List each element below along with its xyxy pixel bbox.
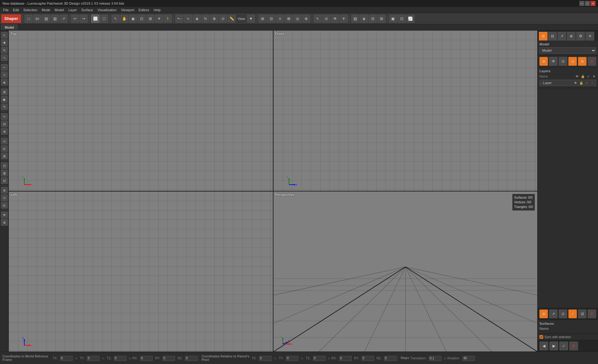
layers-btn[interactable]: ▤ [351, 15, 359, 23]
orbit-tool-button[interactable]: ◉ [129, 15, 137, 23]
cursor-button[interactable]: ↖ [314, 15, 322, 23]
save-as-button[interactable]: ▥ [51, 15, 59, 23]
scene-btn[interactable]: ⊞ [377, 15, 386, 23]
layer-row-default[interactable]: - Layer 👁 🔒 ✓ ✕ [539, 80, 596, 86]
lt-tool3[interactable]: ⊞ [1, 153, 8, 159]
open-button[interactable]: 🗁 [33, 15, 41, 23]
status-translation-input[interactable] [429, 356, 441, 361]
view-label[interactable]: View [236, 16, 246, 21]
view-dropdown[interactable]: ▼ [247, 15, 255, 23]
measure-button[interactable]: 📏 [228, 15, 236, 23]
lt-surface[interactable]: ◈ [1, 79, 8, 86]
zoom-box-button[interactable]: ⊞ [146, 15, 154, 23]
viewport-top[interactable]: Top X Y [9, 31, 273, 191]
panel-cursor-icon[interactable]: ⊙ [559, 57, 567, 66]
maximize-button[interactable]: □ [585, 1, 590, 6]
layer-eye-btn[interactable]: 👁 [573, 81, 578, 85]
lt-point[interactable]: • [1, 64, 8, 71]
panel-delete-top-icon[interactable]: 🗑 [588, 57, 596, 66]
zoom-fit-button[interactable]: ⊡ [138, 15, 146, 23]
lt-tool1[interactable]: ⊙ [1, 138, 8, 144]
transform-button[interactable]: ⊕ [210, 15, 218, 23]
grid-button[interactable]: ⊞ [259, 15, 267, 23]
panel-nav-delete2[interactable]: 🗑 [569, 342, 578, 350]
point-button[interactable]: •─ [175, 15, 183, 23]
viewport-front[interactable]: Front Z Y [273, 31, 538, 191]
panel-tab-arrow[interactable]: ↗ [558, 32, 566, 40]
status-ty2-input[interactable] [286, 356, 298, 361]
panel-world-icon[interactable]: ⊕ [578, 57, 586, 66]
fly-button[interactable]: ✈ [155, 15, 163, 23]
menu-editors[interactable]: Editors [137, 7, 151, 12]
selection-lasso-button[interactable]: ⬡ [100, 15, 108, 23]
lt-scale[interactable]: ⤡ [1, 54, 8, 61]
lt-plus[interactable]: ⊕ [1, 219, 8, 226]
lt-snap[interactable]: ⊞ [1, 88, 8, 95]
panel-pivot-icon[interactable]: ◎ [568, 57, 577, 66]
layer-close-btn[interactable]: ✕ [590, 81, 595, 85]
status-rx2-input[interactable] [339, 356, 352, 361]
status-tx-input[interactable] [60, 356, 73, 361]
status-tz-input[interactable] [114, 356, 126, 361]
lt-tool4[interactable]: ⊡ [1, 162, 8, 169]
menu-viewport[interactable]: Viewport [119, 7, 136, 12]
panel-bottom-cross[interactable]: ⊟ [578, 310, 586, 318]
menu-file[interactable]: File [1, 7, 11, 12]
viewport-perspective[interactable]: Perspective Surfaces: 0/0 Vertices: 0/0 … [273, 191, 538, 352]
menu-edit[interactable]: Edit [11, 7, 21, 12]
camera-button[interactable]: 👁 [331, 15, 339, 23]
distribute-button[interactable]: ⊠ [285, 15, 293, 23]
panel-add-icon[interactable]: ⊕ [539, 57, 548, 66]
shaper-button[interactable]: Shaper [1, 14, 21, 23]
lt-tool8[interactable]: ⊙ [1, 194, 8, 201]
viewport-left[interactable]: Left X Z [9, 191, 273, 352]
lt-tool9[interactable]: ◎ [1, 202, 8, 209]
panel-tab-checker[interactable]: ⊟ [548, 32, 557, 40]
new-button[interactable]: □ [25, 15, 33, 23]
status-ry2-input[interactable] [362, 356, 374, 361]
status-tz2-input[interactable] [313, 356, 325, 361]
world-button[interactable]: ⊕ [302, 15, 310, 23]
rotate-tool-button[interactable]: ↻ [202, 15, 210, 23]
lt-select[interactable]: ↖ [1, 32, 8, 39]
lt-move[interactable]: ✚ [1, 39, 8, 46]
target-button[interactable]: ⊙ [322, 15, 330, 23]
walk-button[interactable]: 🚶 [164, 15, 172, 23]
chart-btn[interactable]: 📈 [406, 15, 415, 23]
panel-bottom-pivot[interactable]: ⊙ [559, 310, 567, 318]
undo-button[interactable]: ↩ [71, 15, 79, 23]
status-rz-input[interactable] [185, 356, 197, 361]
menu-model[interactable]: Model [53, 7, 66, 12]
render-btn[interactable]: ▣ [389, 15, 397, 23]
save-button[interactable]: ▤ [42, 15, 50, 23]
menu-help[interactable]: Help [152, 7, 163, 12]
render2-btn[interactable]: ⊡ [398, 15, 406, 23]
panel-bottom-check[interactable]: ✓ [568, 310, 577, 318]
lt-magnet[interactable]: ◉ [1, 96, 8, 103]
status-ty-input[interactable] [87, 356, 99, 361]
menu-mode[interactable]: Mode [40, 7, 52, 12]
properties-btn[interactable]: ⊟ [369, 15, 377, 23]
lt-bridge[interactable]: ⊟ [1, 121, 8, 127]
status-ry-input[interactable] [163, 356, 175, 361]
lt-fill[interactable]: ⊕ [1, 128, 8, 135]
align-button[interactable]: ≡ [276, 15, 284, 23]
snap-button[interactable]: ⊟ [267, 15, 275, 23]
pivot-button[interactable]: ◎ [293, 15, 301, 23]
panel-eye-icon[interactable]: 👁 [549, 57, 558, 66]
pan-tool-button[interactable]: ✋ [120, 15, 128, 23]
lt-pencil[interactable]: ✎ [1, 103, 8, 110]
lt-eye[interactable]: 👁 [1, 211, 8, 218]
panel-model-dropdown[interactable]: Model [539, 47, 596, 54]
panel-nav-left[interactable]: ◀ [539, 342, 548, 350]
menu-layer[interactable]: Layer [66, 7, 79, 12]
tab-model[interactable]: Model [1, 25, 17, 30]
menu-selection[interactable]: Selection [21, 7, 39, 12]
lt-tool2[interactable]: ◎ [1, 145, 8, 152]
lt-tool5[interactable]: ⊠ [1, 170, 8, 177]
panel-tab-plus[interactable]: ⊕ [567, 32, 576, 40]
status-rotation-input[interactable] [463, 356, 475, 361]
surface-button[interactable]: ◈ [193, 15, 201, 23]
lt-tool7[interactable]: ⊕ [1, 187, 8, 194]
menu-visualization[interactable]: Visualization [96, 7, 119, 12]
